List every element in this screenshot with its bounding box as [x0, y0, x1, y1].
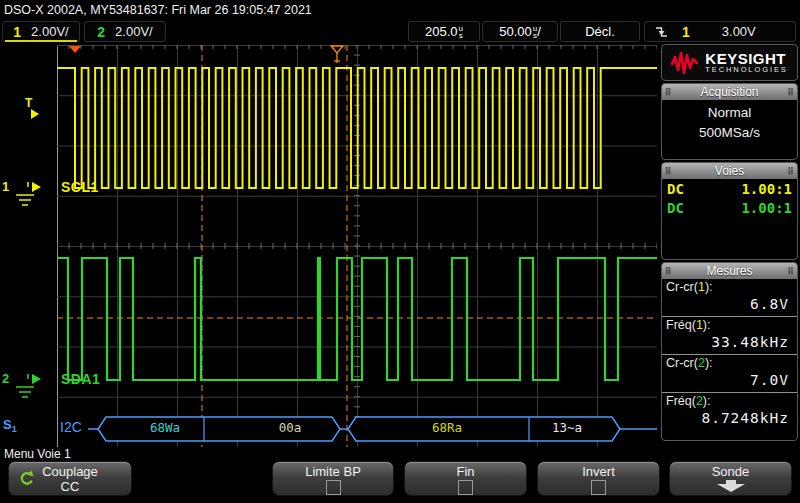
brand-subname: TECHNOLOGIES [705, 66, 787, 74]
channel2-status-cell[interactable]: 2 2.00V/ [84, 21, 166, 42]
bw-limit-button-label: Limite BP [273, 464, 393, 479]
measurement-row: Cr-cr(2): 7.0V [662, 355, 797, 393]
grip-dots-icon: ⠿ [787, 88, 794, 97]
invert-button-label: Invert [538, 464, 659, 479]
measurements-panel: ⠿ Mesures ⠿ Cr-cr(1): 6.8V Fréq(1): 33.4… [661, 262, 798, 441]
invert-button[interactable]: Invert [537, 461, 660, 496]
channel1-status-cell[interactable]: 1 2.00V/ [2, 21, 80, 42]
title-bar: DSO-X 2002A, MY53481637: Fri Mar 26 19:0… [0, 0, 800, 20]
bw-limit-button[interactable]: Limite BP [272, 461, 394, 496]
probe-button[interactable]: Sonde [669, 461, 792, 496]
waveform-display: SCL1 SDA1 68Wa00a68Ra13~a [57, 45, 657, 447]
trigger-status-cell[interactable]: 1 3.00V [644, 21, 796, 42]
fine-checkbox[interactable] [458, 480, 473, 495]
acquisition-sample-rate: 500MSa/s [662, 125, 797, 140]
timebase-suffix: / [537, 24, 541, 39]
trigger-level-arrow-icon[interactable] [31, 109, 40, 120]
grip-dots-icon: ⠿ [665, 167, 672, 176]
grip-dots-icon: ⠿ [787, 167, 794, 176]
timebase-value: 50.00 [499, 24, 532, 39]
channels-title: Voies [715, 164, 744, 178]
grip-dots-icon: ⠿ [665, 88, 672, 97]
sidebar: KEYSIGHT TECHNOLOGIES ⠿ Acquisition ⠿ No… [661, 44, 798, 447]
channel1-coupling-row: DC 1.00:1 [662, 180, 797, 198]
acquisition-panel-header: ⠿ Acquisition ⠿ [662, 84, 797, 100]
trigger-menu-label: Décl. [585, 24, 615, 39]
channel2-ref-number[interactable]: 2 [2, 371, 9, 386]
channel1-coupling: DC [667, 180, 684, 198]
channel2-number: 2 [97, 24, 105, 40]
softkey-menu-title: Menu Voie 1 [4, 447, 71, 461]
measurements-panel-header: ⠿ Mesures ⠿ [662, 263, 797, 279]
channels-panel-header: ⠿ Voies ⠿ [662, 163, 797, 179]
acquisition-panel: ⠿ Acquisition ⠿ Normal 500MSa/s [661, 83, 798, 160]
measurement-value: 33.48kHz [666, 332, 793, 352]
status-row: 1 2.00V/ 2 2.00V/ 205.0us 50.00us/ Décl.… [0, 20, 800, 44]
channel2-coupling: DC [667, 199, 684, 217]
bw-limit-checkbox[interactable] [326, 480, 341, 495]
trigger-source: 1 [682, 24, 690, 40]
channel2-probe-ratio: 1.00:1 [741, 199, 792, 217]
channel1-scale: 2.00V/ [31, 24, 69, 39]
brand-name: KEYSIGHT [705, 52, 787, 66]
delay-time-cell[interactable]: 205.0us [408, 21, 480, 42]
channel2-coupling-row: DC 1.00:1 [662, 199, 797, 217]
scope-grid-and-traces [57, 45, 657, 447]
trigger-slope-falling-icon [655, 25, 668, 39]
timebase-cell[interactable]: 50.00us/ [482, 21, 558, 42]
serial-bus-label: S1 [3, 417, 17, 434]
channel1-ref-number[interactable]: 1 [2, 179, 9, 194]
channel1-selected-underline [5, 40, 77, 42]
measurement-value: 8.7248kHz [666, 408, 793, 428]
delay-time-unit: us [459, 25, 463, 39]
acquisition-mode: Normal [662, 105, 797, 120]
coupling-button[interactable]: Couplage CC [8, 461, 132, 496]
keysight-logo-icon [671, 51, 699, 75]
measurements-title: Mesures [706, 264, 752, 278]
brand-panel: KEYSIGHT TECHNOLOGIES [661, 44, 798, 81]
trigger-menu-cell[interactable]: Décl. [560, 21, 640, 42]
oscilloscope-screen: DSO-X 2002A, MY53481637: Fri Mar 26 19:0… [0, 0, 800, 503]
probe-button-label: Sonde [670, 464, 791, 479]
channel1-ground-marker-icon[interactable] [14, 181, 42, 211]
acquisition-title: Acquisition [700, 85, 758, 99]
measurement-row: Fréq(2): 8.7248kHz [662, 393, 797, 430]
measurement-row: Fréq(1): 33.48kHz [662, 317, 797, 355]
measurement-value: 7.0V [666, 370, 793, 390]
fine-button[interactable]: Fin [404, 461, 527, 496]
cycle-icon [18, 470, 34, 486]
invert-checkbox[interactable] [591, 480, 606, 495]
fine-button-label: Fin [405, 464, 526, 479]
channel2-scale: 2.00V/ [115, 24, 153, 39]
grip-dots-icon: ⠿ [665, 267, 672, 276]
delay-time-value: 205.0 [425, 24, 458, 39]
channel2-ground-marker-icon[interactable] [14, 373, 42, 403]
down-arrow-icon [717, 480, 745, 493]
channels-panel: ⠿ Voies ⠿ DC 1.00:1 DC 1.00:1 [661, 162, 798, 260]
grip-dots-icon: ⠿ [787, 267, 794, 276]
channel1-probe-ratio: 1.00:1 [741, 180, 792, 198]
instrument-title: DSO-X 2002A, MY53481637: Fri Mar 26 19:0… [4, 3, 312, 17]
trigger-level: 3.00V [722, 24, 756, 39]
channel1-number: 1 [13, 24, 21, 40]
measurement-row: Cr-cr(1): 6.8V [662, 279, 797, 317]
trigger-level-label[interactable]: T [25, 96, 32, 110]
measurement-value: 6.8V [666, 294, 793, 314]
